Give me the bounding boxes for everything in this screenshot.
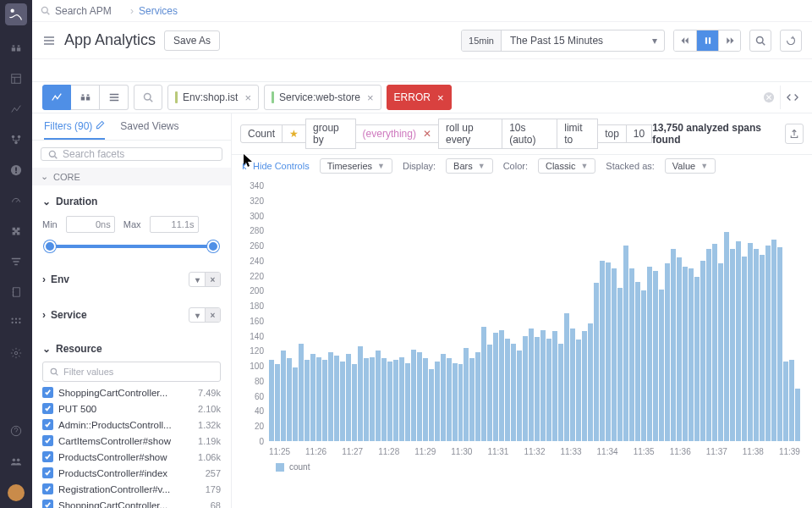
duration-min-input[interactable] [66,216,115,233]
svg-point-10 [15,318,17,319]
resource-item[interactable]: ShoppingCartController...68 [42,500,221,508]
facet-group-core[interactable]: ⌄ CORE [32,168,231,185]
nav-alert-icon[interactable] [8,163,24,178]
resource-filter-input[interactable]: Filter values [42,362,221,382]
chart-bar [281,351,286,441]
nav-binoculars-icon[interactable] [8,41,24,56]
code-embed-button[interactable] [780,86,804,109]
nav-settings-icon[interactable] [8,345,24,361]
chart-bar [441,354,446,441]
resource-item[interactable]: Admin::ProductsControll...1.32k [42,419,221,430]
resource-item[interactable]: ShoppingCartController...7.49k [42,387,221,398]
query-limit[interactable]: limit to [557,119,598,149]
stacked-select[interactable]: Value▼ [665,158,716,174]
search-button[interactable] [749,30,771,52]
chart-bar [783,362,788,441]
search-facets-input[interactable]: Search facets [41,147,222,161]
chart-bar [718,263,723,441]
nav-filter-icon[interactable] [8,254,24,269]
resource-item[interactable]: ProductsController#show1.06k [42,451,221,462]
query-rollup[interactable]: roll up every [438,119,502,149]
chart-bar [358,346,363,441]
refresh-button[interactable] [780,30,802,52]
chip-error-remove[interactable]: × [436,91,444,104]
viz-type-select[interactable]: Timeseries▼ [320,158,392,174]
resource-item[interactable]: CartItemsController#show1.19k [42,435,221,446]
query-top[interactable]: top [597,124,627,143]
timeseries-chart[interactable]: 0204060801001201401601802002202402602803… [239,182,804,461]
team-icon[interactable] [8,454,24,469]
time-pause-button[interactable] [696,30,718,51]
nav-metrics-icon[interactable] [8,102,24,117]
checkbox-icon[interactable] [42,451,53,462]
chip-env[interactable]: Env:shop.ist × [167,85,259,110]
tab-filters[interactable]: Filters (90) [44,120,105,140]
checkbox-icon[interactable] [42,500,53,508]
breadcrumb-services[interactable]: Services [139,5,178,17]
query-everything[interactable]: (everything)✕ [355,124,439,143]
nav-puzzle-icon[interactable] [8,224,24,239]
chip-service-remove[interactable]: × [365,91,374,104]
checkbox-icon[interactable] [42,419,53,430]
hide-controls-button[interactable]: Hide Controls [240,161,310,171]
query-n[interactable]: 10 [626,124,652,143]
checkbox-icon[interactable] [42,483,53,494]
query-group-by[interactable]: group by [305,119,356,149]
help-icon[interactable] [8,423,24,439]
nav-dashboard-icon[interactable] [8,71,24,86]
checkbox-icon[interactable] [42,435,53,446]
logo[interactable] [5,3,27,25]
avatar[interactable] [8,484,25,501]
display-select[interactable]: Bars▼ [446,158,493,174]
menu-icon[interactable] [42,34,56,47]
resource-item[interactable]: ProductsController#index257 [42,467,221,478]
svg-point-18 [17,459,20,462]
close-icon[interactable]: ✕ [420,128,431,140]
chart-bar [736,241,741,441]
duration-slider[interactable] [44,238,219,255]
svg-rect-20 [705,37,706,44]
search-apm[interactable]: Search APM [41,5,125,17]
chart-bar [677,257,682,441]
svg-point-19 [41,7,47,13]
trace-view-button[interactable] [71,85,100,110]
query-count-star[interactable]: ★ [282,124,306,143]
chip-service[interactable]: Service:web-store × [264,85,381,110]
svg-point-26 [51,368,56,373]
chart-bar [635,282,640,441]
svg-point-12 [11,322,13,323]
facet-env-actions[interactable]: ▾× [189,272,221,287]
duration-max-label: Max [123,219,141,229]
resource-count: 2.10k [198,404,221,414]
time-next-button[interactable] [718,30,740,51]
checkbox-icon[interactable] [42,403,53,414]
nav-infra-icon[interactable] [8,132,24,147]
save-as-button[interactable]: Save As [164,30,220,51]
list-view-button[interactable] [100,85,129,110]
chart-view-button[interactable] [42,85,71,110]
resource-item[interactable]: PUT 5002.10k [42,403,221,414]
nav-more-icon[interactable] [8,315,24,330]
query-step[interactable]: 10s (auto) [502,119,557,149]
chart-bar [765,246,771,441]
time-prev-button[interactable] [674,30,696,51]
chip-error[interactable]: ERROR × [387,85,452,110]
clear-all-chips[interactable] [763,91,780,103]
export-button[interactable] [785,124,804,144]
color-select[interactable]: Classic▼ [538,158,595,174]
time-range-selector[interactable]: 15min The Past 15 Minutes ▾ [461,30,665,52]
query-count[interactable]: Count [240,124,283,143]
tab-saved-views[interactable]: Saved Views [120,120,178,140]
chart-bar [334,356,339,441]
checkbox-icon[interactable] [42,387,53,398]
resource-item[interactable]: RegistrationController#v...179 [42,483,221,494]
query-search-button[interactable] [134,85,162,110]
time-preset[interactable]: 15min [462,30,502,51]
facet-service-actions[interactable]: ▾× [189,307,221,323]
chip-env-remove[interactable]: × [243,91,251,104]
nav-apm-icon[interactable] [8,193,24,208]
chart-bar [304,360,310,441]
duration-max-input[interactable] [150,216,199,233]
nav-notebook-icon[interactable] [8,284,24,300]
checkbox-icon[interactable] [42,467,53,478]
